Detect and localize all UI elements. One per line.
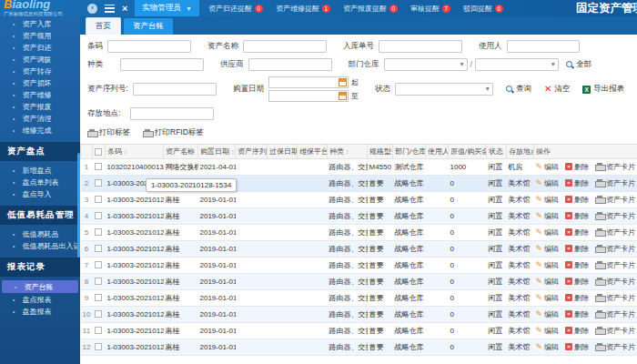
- column-header[interactable]: 存放地点↕: [507, 145, 534, 158]
- sidebar-item[interactable]: •维修完成: [0, 125, 80, 136]
- sidebar-item[interactable]: •盘点报表: [0, 294, 80, 306]
- row-checkbox[interactable]: [95, 261, 102, 268]
- sidebar-item[interactable]: •低值易耗品: [0, 228, 80, 240]
- column-header[interactable]: 过保日期↕: [268, 145, 298, 158]
- table-row[interactable]: 101-03003-20210128-15惠桂2019-01-01路由器、交换机…: [81, 306, 637, 322]
- delete-button[interactable]: ×删除: [565, 162, 589, 172]
- asset-card-button[interactable]: 资产卡片: [595, 211, 635, 221]
- row-checkbox[interactable]: [95, 310, 102, 318]
- column-header[interactable]: 条码↕: [106, 145, 164, 158]
- sidebar-item[interactable]: •资产入库: [0, 18, 80, 30]
- user-input[interactable]: [507, 40, 580, 53]
- sidebar-item[interactable]: •盘盈报表: [0, 306, 80, 318]
- calendar-icon[interactable]: [339, 92, 347, 100]
- date-from-input[interactable]: [268, 76, 349, 88]
- column-header[interactable]: 资产名称↕: [164, 145, 198, 158]
- column-header[interactable]: 规格型号↕: [368, 145, 393, 158]
- notification-tab[interactable]: 资产维修提醒1: [276, 4, 330, 14]
- tab-asset-ledger[interactable]: 资产台账: [124, 18, 173, 35]
- asset-card-button[interactable]: 资产卡片: [595, 309, 635, 319]
- column-header[interactable]: 状态↕: [487, 145, 507, 158]
- notification-tab[interactable]: 审核提醒7: [410, 4, 450, 14]
- sidebar-item[interactable]: •盘点导入: [0, 188, 80, 200]
- column-header[interactable]: 资产序列号↕: [236, 145, 268, 158]
- row-checkbox[interactable]: [95, 343, 102, 350]
- column-header[interactable]: 维保平台↕: [298, 145, 328, 158]
- row-checkbox[interactable]: [95, 327, 102, 334]
- sidebar-item[interactable]: •资产转存: [0, 66, 80, 77]
- clear-button[interactable]: ✕ 清空: [544, 84, 570, 95]
- table-row[interactable]: 31-03003-20210128-15惠桂2019-01-01路由器、交换机首…: [81, 191, 637, 207]
- column-header[interactable]: 操作: [534, 145, 637, 158]
- edit-button[interactable]: ✎编辑: [536, 178, 560, 188]
- edit-button[interactable]: ✎编辑: [536, 244, 560, 254]
- sidebar-item[interactable]: •资产归还: [0, 42, 80, 54]
- edit-button[interactable]: ✎编辑: [536, 211, 560, 221]
- sort-icon[interactable]: ↕: [124, 148, 127, 155]
- edit-button[interactable]: ✎编辑: [536, 260, 560, 270]
- asset-card-button[interactable]: 资产卡片: [595, 228, 635, 238]
- edit-button[interactable]: ✎编辑: [536, 162, 560, 172]
- delete-button[interactable]: ×删除: [565, 195, 589, 205]
- asset-card-button[interactable]: 资产卡片: [595, 244, 635, 254]
- delete-button[interactable]: ×删除: [565, 309, 589, 319]
- column-header[interactable]: 部门/仓库↕: [393, 145, 426, 158]
- delete-button[interactable]: ×删除: [565, 178, 589, 188]
- asset-name-input[interactable]: [243, 40, 327, 53]
- table-row[interactable]: 91-03003-20210128-15惠桂2019-01-01路由器、交换机首…: [81, 289, 637, 306]
- delete-button[interactable]: ×删除: [565, 293, 589, 303]
- sidebar-item[interactable]: •资产损坏: [0, 77, 80, 89]
- delete-button[interactable]: ×删除: [565, 342, 589, 352]
- tab-home[interactable]: 首页: [86, 17, 121, 35]
- asset-card-button[interactable]: 资产卡片: [595, 260, 635, 270]
- status-select[interactable]: [395, 83, 493, 96]
- notification-tab[interactable]: 资产归还提醒0: [208, 4, 263, 14]
- sidebar-item[interactable]: •资产维修: [0, 89, 80, 101]
- row-checkbox[interactable]: [95, 212, 102, 219]
- delete-button[interactable]: ×删除: [565, 244, 589, 254]
- department-select[interactable]: [384, 58, 468, 71]
- asset-card-button[interactable]: 资产卡片: [595, 326, 635, 336]
- sidebar-item[interactable]: •资产清理: [0, 113, 80, 125]
- edit-button[interactable]: ✎编辑: [536, 277, 560, 287]
- sidebar-item[interactable]: •资产领用: [0, 30, 80, 42]
- table-row[interactable]: 110320210400013网络交换机2021-04-01路由器、交换机M45…: [81, 158, 637, 175]
- table-row[interactable]: 71-03003-20210128-15惠桂2019-01-01路由器、交换机首…: [81, 257, 637, 273]
- delete-button[interactable]: ×删除: [565, 277, 589, 287]
- delete-button[interactable]: ×删除: [565, 228, 589, 238]
- edit-button[interactable]: ✎编辑: [536, 342, 560, 352]
- column-header[interactable]: 种类↕: [328, 145, 368, 158]
- warehouse-select[interactable]: [475, 58, 559, 71]
- asset-card-button[interactable]: 资产卡片: [595, 342, 635, 352]
- barcode-input[interactable]: [107, 40, 191, 53]
- asset-card-button[interactable]: 资产卡片: [595, 277, 635, 287]
- menu-icon[interactable]: [105, 5, 115, 13]
- column-header[interactable]: 购置日期↕: [198, 145, 236, 158]
- role-tab[interactable]: 实物管理员 ▼: [135, 0, 198, 16]
- supplier-input[interactable]: [248, 58, 332, 71]
- row-checkbox[interactable]: [95, 196, 102, 203]
- table-row[interactable]: 41-03003-20210128-15惠桂2019-01-01路由器、交换机首…: [81, 207, 637, 224]
- delete-button[interactable]: ×删除: [565, 326, 589, 336]
- edit-button[interactable]: ✎编辑: [536, 293, 560, 303]
- asset-card-button[interactable]: 资产卡片: [595, 178, 635, 188]
- row-checkbox[interactable]: [95, 179, 102, 187]
- edit-button[interactable]: ✎编辑: [536, 326, 560, 336]
- serial-input[interactable]: [133, 83, 217, 96]
- row-checkbox[interactable]: [95, 294, 102, 301]
- category-input[interactable]: [120, 58, 204, 71]
- sidebar-item[interactable]: •资产报废: [0, 101, 80, 113]
- delete-button[interactable]: ×删除: [565, 211, 589, 221]
- date-to-input[interactable]: [268, 90, 349, 102]
- row-checkbox[interactable]: [95, 278, 102, 285]
- column-header[interactable]: 原值/购买金额↕: [449, 145, 487, 158]
- search-button[interactable]: 查询: [506, 84, 531, 95]
- delete-button[interactable]: ×删除: [565, 260, 589, 270]
- export-button[interactable]: X 导出报表: [582, 84, 624, 95]
- row-checkbox[interactable]: [95, 163, 102, 170]
- location-input[interactable]: [130, 107, 214, 120]
- notification-tab[interactable]: 资产报废提醒0: [343, 4, 398, 14]
- collapse-icon[interactable]: ‹: [87, 4, 97, 14]
- sidebar-item[interactable]: •资产调拨: [0, 54, 80, 66]
- calendar-icon[interactable]: [339, 78, 347, 86]
